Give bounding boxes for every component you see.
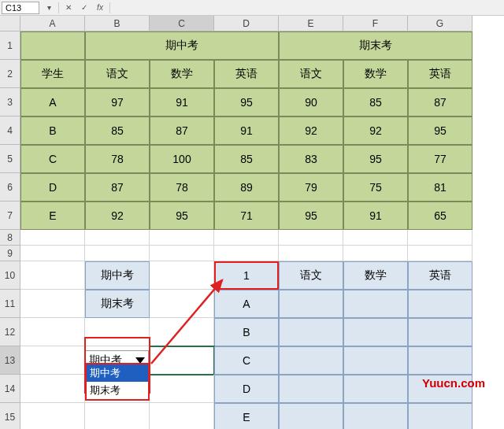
cell[interactable] [279, 290, 343, 318]
cell[interactable] [150, 290, 214, 318]
cell[interactable]: 65 [408, 202, 472, 230]
row-header-3[interactable]: 3 [0, 88, 20, 116]
row-header-8[interactable]: 8 [0, 230, 20, 246]
cell[interactable]: 75 [343, 173, 408, 202]
cell[interactable]: 87 [150, 116, 214, 145]
row-header-10[interactable]: 10 [0, 261, 20, 290]
col-header-D[interactable]: D [214, 16, 279, 31]
cell[interactable]: 85 [214, 145, 279, 173]
namebox-dropdown-icon[interactable]: ▾ [43, 2, 55, 14]
result-student[interactable]: B [214, 318, 279, 346]
cell[interactable] [85, 230, 150, 246]
result-student[interactable]: A [214, 290, 279, 318]
col-header-C[interactable]: C [150, 16, 214, 31]
cell[interactable] [150, 403, 214, 429]
active-cell[interactable] [150, 346, 214, 375]
cell[interactable] [85, 246, 150, 261]
cell[interactable] [20, 375, 85, 403]
confirm-icon[interactable]: ✓ [78, 2, 91, 14]
cell[interactable]: 79 [279, 173, 343, 202]
cell[interactable]: 95 [279, 202, 343, 230]
row-header-12[interactable]: 12 [0, 318, 20, 346]
cell[interactable] [408, 230, 472, 246]
result-subject[interactable]: 数学 [343, 261, 408, 290]
col-header-F[interactable]: F [343, 16, 408, 31]
cell[interactable] [20, 346, 85, 375]
result-subject[interactable]: 语文 [279, 261, 343, 290]
cell[interactable] [343, 290, 408, 318]
result-student[interactable]: C [214, 346, 279, 375]
cell[interactable] [279, 403, 343, 429]
header-chinese-f[interactable]: 语文 [279, 60, 343, 88]
cell[interactable] [279, 318, 343, 346]
cell[interactable]: 87 [85, 173, 150, 202]
cancel-icon[interactable]: ✕ [62, 2, 75, 14]
cell[interactable]: 85 [85, 116, 150, 145]
cell[interactable]: 83 [279, 145, 343, 173]
header-english-f[interactable]: 英语 [408, 60, 472, 88]
header-english-m[interactable]: 英语 [214, 60, 279, 88]
cell[interactable] [343, 346, 408, 375]
header-chinese-m[interactable]: 语文 [85, 60, 150, 88]
result-student[interactable]: E [214, 403, 279, 429]
cell[interactable]: 77 [408, 145, 472, 173]
row-header-9[interactable]: 9 [0, 246, 20, 261]
label-final[interactable]: 期末考 [85, 290, 150, 318]
name-box[interactable]: C13 [2, 2, 39, 14]
cell[interactable] [343, 318, 408, 346]
cell[interactable]: 89 [214, 173, 279, 202]
cell[interactable] [279, 375, 343, 403]
cell[interactable] [408, 318, 472, 346]
cell[interactable] [343, 403, 408, 429]
result-subject[interactable]: 英语 [408, 261, 472, 290]
cell[interactable] [150, 230, 214, 246]
cell[interactable] [150, 261, 214, 290]
cell[interactable]: 95 [408, 116, 472, 145]
label-midterm[interactable]: 期中考 [85, 261, 150, 290]
cell[interactable]: 92 [85, 202, 150, 230]
col-header-G[interactable]: G [408, 16, 472, 31]
header-math-f[interactable]: 数学 [343, 60, 408, 88]
cell[interactable] [20, 246, 85, 261]
cell[interactable]: 78 [150, 173, 214, 202]
cell[interactable]: C [20, 145, 85, 173]
cell[interactable]: 91 [150, 88, 214, 116]
cell[interactable] [279, 230, 343, 246]
row-header-4[interactable]: 4 [0, 116, 20, 145]
row-header-5[interactable]: 5 [0, 145, 20, 173]
cell[interactable]: 95 [343, 145, 408, 173]
cell[interactable] [343, 230, 408, 246]
header-final[interactable]: 期末考 [279, 31, 472, 60]
cell[interactable] [408, 290, 472, 318]
row-header-1[interactable]: 1 [0, 31, 20, 60]
cell[interactable] [20, 318, 85, 346]
cell[interactable] [20, 403, 85, 429]
header-midterm[interactable]: 期中考 [85, 31, 279, 60]
cell[interactable] [85, 403, 150, 429]
cell[interactable] [20, 290, 85, 318]
cell[interactable]: 92 [279, 116, 343, 145]
header-student[interactable]: 学生 [20, 60, 85, 88]
cell[interactable] [85, 318, 150, 346]
row-header-11[interactable]: 11 [0, 290, 20, 318]
row-header-6[interactable]: 6 [0, 173, 20, 202]
cell[interactable]: 91 [343, 202, 408, 230]
cell[interactable]: E [20, 202, 85, 230]
cell[interactable]: 85 [343, 88, 408, 116]
cell[interactable] [279, 246, 343, 261]
cell[interactable] [20, 261, 85, 290]
cell[interactable]: 95 [150, 202, 214, 230]
fx-icon[interactable]: fx [94, 2, 106, 14]
cell[interactable] [214, 230, 279, 246]
cell[interactable]: B [20, 116, 85, 145]
cell[interactable]: 91 [214, 116, 279, 145]
cell[interactable] [343, 246, 408, 261]
cell[interactable] [214, 246, 279, 261]
col-header-E[interactable]: E [279, 16, 343, 31]
cell[interactable] [150, 318, 214, 346]
cell[interactable] [408, 346, 472, 375]
col-header-B[interactable]: B [85, 16, 150, 31]
cell[interactable]: 92 [343, 116, 408, 145]
row-header-7[interactable]: 7 [0, 202, 20, 230]
cell[interactable] [20, 230, 85, 246]
